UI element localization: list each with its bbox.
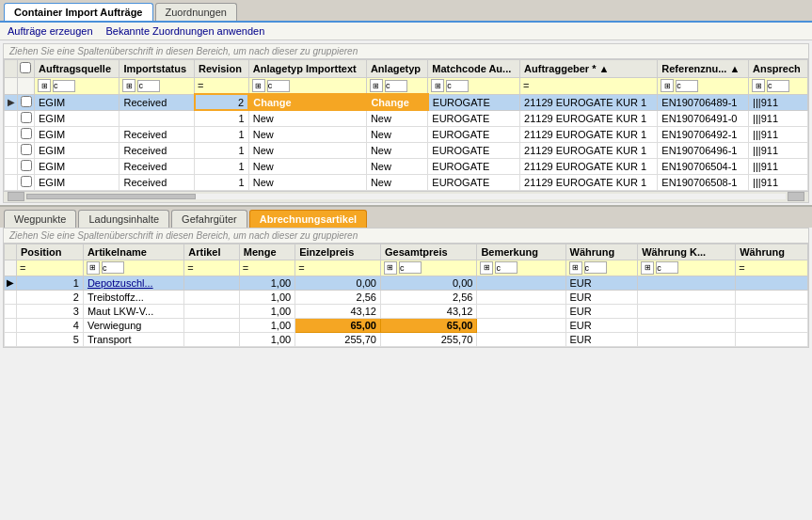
col-revision: Revision [195, 60, 249, 78]
lower-filter-waehrungk-icon: ⊞ [641, 261, 654, 275]
lower-col-artikelname: Artikelname [83, 244, 183, 260]
col-auftraggeber: Auftraggeber * ▲ [520, 60, 658, 78]
tab-gefahrgueter[interactable]: Gefahrgüter [171, 210, 247, 228]
bekannte-zuordnungen-button[interactable]: Bekannte Zuordnungen anwenden [106, 25, 265, 37]
col-referenznu: Referenznu... ▲ [658, 60, 749, 78]
lower-table-row[interactable]: 4 Verwiegung 1,00 65,00 65,00 EUR [5, 318, 808, 332]
filter-ansprech-input[interactable] [767, 80, 789, 92]
lower-filter-bemerkung-input[interactable] [495, 261, 517, 274]
upper-table-row[interactable]: EGIM Received 1 New New EUROGATE 21129 E… [5, 158, 808, 174]
auftraege-erzeugen-button[interactable]: Aufträge erzeugen [8, 25, 93, 37]
lower-filter-waehrung-icon: ⊞ [569, 261, 582, 275]
upper-filter-row: ⊞ ⊞ = ⊞ [5, 78, 808, 95]
lower-table-row[interactable]: 3 Maut LKW-V... 1,00 43,12 43,12 EUR [5, 304, 808, 318]
row-checkbox[interactable] [21, 160, 32, 171]
lower-filter-row: = ⊞ = = = ⊞ ⊞ [5, 260, 808, 276]
lower-filter-waehrung-input[interactable] [584, 261, 607, 274]
filter-matchcode-icon: ⊞ [431, 79, 444, 92]
lower-table-row[interactable]: 2 Treibstoffz... 1,00 2,56 2,56 EUR [5, 290, 808, 304]
row-checkbox[interactable] [21, 112, 32, 123]
lower-col-waehrungk: Währung K... [638, 244, 736, 260]
col-anlagetyp: Anlagetyp [366, 60, 427, 78]
row-checkbox[interactable] [21, 176, 32, 187]
lower-col-bemerkung: Bemerkung [477, 244, 565, 260]
filter-auftragsquelle-input[interactable] [53, 80, 75, 92]
row-checkbox[interactable] [21, 144, 32, 155]
filter-referenznu-input[interactable] [676, 80, 698, 92]
lower-col-waehrung2: Währung [736, 244, 808, 260]
col-anlagetyp-importtext: Anlagetyp Importtext [248, 60, 366, 78]
filter-anlagetyp-importtext-input[interactable] [267, 80, 290, 92]
tab-ladungsinhalte[interactable]: Ladungsinhalte [78, 210, 169, 228]
lower-filter-gesamtpreis-input[interactable] [399, 261, 422, 274]
select-all-checkbox[interactable] [20, 62, 31, 73]
tab-wegpunkte[interactable]: Wegpunkte [4, 210, 76, 228]
lower-col-position: Position [17, 244, 84, 260]
col-check [18, 60, 35, 78]
col-auftragsquelle: Auftragsquelle [35, 60, 119, 78]
lower-filter-waehrung2-equals: = [739, 262, 744, 274]
upper-group-header: Ziehen Sie eine Spaltenüberschrift in di… [4, 44, 808, 59]
lower-filter-pos-equals: = [20, 262, 25, 274]
upper-table-row[interactable]: ▶ EGIM Received 2 Change Change EUROGATE… [5, 94, 808, 110]
lower-col-arrow [5, 244, 17, 260]
lower-group-header: Ziehen Sie eine Spaltenüberschrift in di… [4, 228, 808, 244]
lower-col-einzelpreis: Einzelpreis [295, 244, 381, 260]
filter-anlagetyp-icon: ⊞ [370, 79, 383, 92]
lower-table-row[interactable]: 5 Transport 1,00 255,70 255,70 EUR [5, 332, 808, 346]
filter-matchcode-input[interactable] [446, 80, 469, 92]
col-matchcode: Matchcode Au... [428, 60, 520, 78]
col-importstatus: Importstatus [119, 60, 195, 78]
lower-col-waehrung: Währung [565, 244, 638, 260]
upper-table-row[interactable]: EGIM 1 New New EUROGATE 21129 EUROGATE K… [5, 110, 808, 126]
lower-col-menge: Menge [239, 244, 295, 260]
filter-referenznu-icon: ⊞ [661, 79, 674, 92]
tab-container-import[interactable]: Container Import Aufträge [4, 3, 153, 21]
lower-filter-gesamtpreis-icon: ⊞ [384, 261, 397, 275]
row-checkbox[interactable] [21, 128, 32, 139]
tab-zuordnungen[interactable]: Zuordnungen [155, 3, 237, 21]
row-checkbox[interactable] [21, 96, 32, 107]
tab-abrechnungsartikel[interactable]: Abrechnungsartikel [249, 210, 367, 228]
lower-filter-artikelname-input[interactable] [102, 261, 124, 274]
filter-anlagetyp-importtext-icon: ⊞ [252, 79, 265, 92]
lower-filter-menge-equals: = [243, 262, 248, 274]
filter-revision-equals: = [198, 80, 203, 91]
filter-ansprech-icon: ⊞ [752, 79, 765, 92]
filter-auftraggeber-equals: = [523, 80, 529, 91]
col-expand [5, 60, 18, 78]
upper-table-row[interactable]: EGIM Received 1 New New EUROGATE 21129 E… [5, 174, 808, 190]
lower-filter-waehrungk-input[interactable] [656, 261, 678, 274]
lower-filter-bemerkung-icon: ⊞ [480, 261, 493, 275]
lower-col-artikel: Artikel [184, 244, 240, 260]
lower-table-row[interactable]: ▶ 1 Depotzuschl... 1,00 0,00 0,00 EUR [5, 276, 808, 290]
filter-importstatus-icon: ⊞ [122, 79, 135, 92]
upper-table-row[interactable]: EGIM Received 1 New New EUROGATE 21129 E… [5, 126, 808, 142]
lower-col-gesamtpreis: Gesamtpreis [380, 244, 476, 260]
filter-anlagetyp-input[interactable] [385, 80, 407, 92]
filter-importstatus-input[interactable] [137, 80, 160, 92]
upper-table-row[interactable]: EGIM Received 1 New New EUROGATE 21129 E… [5, 142, 808, 158]
lower-filter-artikelname-icon: ⊞ [87, 261, 100, 275]
lower-filter-artikel-equals: = [187, 262, 193, 274]
col-ansprech: Ansprech [749, 60, 808, 78]
lower-filter-einzelpreis-equals: = [298, 262, 304, 274]
filter-auftragsquelle-icon: ⊞ [38, 79, 51, 92]
